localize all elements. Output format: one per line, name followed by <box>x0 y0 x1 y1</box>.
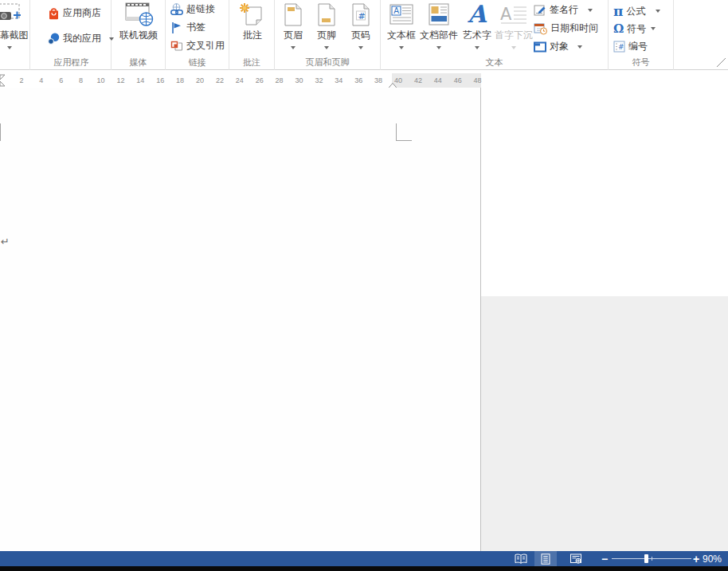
text-boundary-mark-right-h <box>396 140 412 141</box>
quick-parts-button[interactable]: 文档部件 <box>419 2 459 49</box>
object-button[interactable]: 对象 <box>534 40 582 53</box>
group-label-text: 文本 <box>381 57 608 68</box>
ruler-number: 6 <box>54 76 68 84</box>
chevron-down-icon <box>324 46 329 49</box>
chevron-down-icon <box>358 46 363 49</box>
screenshot-label: 屏幕截图 <box>0 29 29 42</box>
read-mode-button[interactable] <box>511 551 531 566</box>
chevron-down-icon <box>588 9 593 12</box>
date-time-label: 日期和时间 <box>550 22 598 35</box>
bottom-edge-strip <box>0 566 728 571</box>
zoom-in-button[interactable]: + <box>693 551 699 566</box>
equation-button[interactable]: π 公式 <box>613 3 660 19</box>
ruler-number: 32 <box>311 76 326 84</box>
workspace-background <box>481 296 728 551</box>
online-video-button[interactable]: 联机视频 <box>115 2 162 42</box>
svg-text:#: # <box>358 10 366 21</box>
ruler-number: 22 <box>213 76 227 84</box>
drop-cap-icon: A <box>499 2 528 27</box>
chevron-down-icon <box>399 46 404 49</box>
group-label-links: 链接 <box>166 57 229 68</box>
wordart-button[interactable]: A 艺术字 <box>460 2 495 49</box>
symbol-button[interactable]: Ω 符号 <box>613 22 656 36</box>
app-store-label: 应用商店 <box>63 6 101 20</box>
equation-label: 公式 <box>626 5 645 18</box>
header-button[interactable]: 页眉 <box>276 2 310 49</box>
wordart-icon: A <box>468 2 486 27</box>
ruler-number: 10 <box>94 76 108 84</box>
ruler-number: 26 <box>252 76 267 84</box>
ribbon-group-symbols: π 公式 Ω 符号 # 编号 符号 <box>609 0 674 70</box>
ribbon-group-media: 联机视频 媒体 <box>112 0 166 70</box>
symbol-omega-icon: Ω <box>613 22 624 36</box>
online-video-icon <box>123 2 155 27</box>
text-boundary-mark-right-v <box>396 123 397 141</box>
read-mode-icon <box>514 553 528 565</box>
print-layout-button[interactable] <box>534 551 557 566</box>
number-button[interactable]: # 编号 <box>613 40 648 53</box>
ruler-number: 30 <box>292 76 307 84</box>
text-box-icon: A <box>389 2 413 27</box>
ruler-number: 14 <box>133 76 147 84</box>
chevron-down-icon <box>511 46 516 49</box>
status-bar: − + 90% <box>0 551 728 566</box>
ruler-number: 34 <box>331 76 346 84</box>
ribbon-collapse-indicator[interactable] <box>716 57 726 70</box>
screenshot-button[interactable]: 屏幕截图 <box>0 2 30 49</box>
footer-button[interactable]: 页脚 <box>310 2 343 49</box>
comment-icon <box>238 2 267 27</box>
document-page[interactable]: ↵ <box>0 88 480 551</box>
zoom-slider-thumb[interactable] <box>644 554 648 563</box>
ruler-number: 24 <box>233 76 247 84</box>
web-layout-button[interactable] <box>564 551 588 566</box>
zoom-out-button[interactable]: − <box>601 551 608 566</box>
ruler-number: 16 <box>153 76 167 84</box>
drop-cap-button[interactable]: A 首字下沉 <box>495 2 533 49</box>
chevron-down-icon <box>436 46 441 49</box>
chevron-down-icon <box>7 46 12 49</box>
app-store-button[interactable]: 应用商店 <box>48 6 101 20</box>
number-label: 编号 <box>628 40 648 53</box>
hyperlink-icon <box>170 3 183 16</box>
ruler-number: 20 <box>193 76 207 84</box>
svg-text:A: A <box>500 5 512 24</box>
chevron-down-icon <box>651 27 656 30</box>
print-layout-icon <box>539 553 552 565</box>
header-label: 页眉 <box>284 29 303 42</box>
chevron-down-icon <box>656 10 660 13</box>
drop-cap-label: 首字下沉 <box>495 29 533 42</box>
svg-text:A: A <box>393 6 399 15</box>
quick-parts-label: 文档部件 <box>420 29 458 42</box>
zoom-level[interactable]: 90% <box>703 551 722 566</box>
object-label: 对象 <box>550 40 569 53</box>
new-comment-button[interactable]: 批注 <box>235 2 270 42</box>
footer-icon <box>318 2 335 27</box>
bookmark-button[interactable]: 书签 <box>170 21 205 34</box>
page-number-button[interactable]: # 页码 <box>343 2 378 49</box>
page-number-icon: # <box>352 2 370 27</box>
group-label-media: 媒体 <box>112 57 165 68</box>
object-icon <box>534 41 546 53</box>
date-time-button[interactable]: 日期和时间 <box>534 22 598 35</box>
chevron-down-icon <box>475 46 479 49</box>
horizontal-ruler[interactable]: 2468101214161820222426283032343638404244… <box>0 73 481 88</box>
my-apps-button[interactable]: 我的应用 <box>48 32 114 45</box>
cross-reference-button[interactable]: 交叉引用 <box>170 39 225 53</box>
cross-reference-icon <box>170 40 183 53</box>
chevron-down-icon <box>291 46 296 49</box>
quick-parts-icon <box>429 2 449 27</box>
my-apps-icon <box>48 33 60 45</box>
group-label-header-footer: 页眉和页脚 <box>275 57 380 68</box>
symbol-label: 符号 <box>627 22 646 36</box>
signature-line-label: 签名行 <box>550 3 578 17</box>
zoom-slider-center-tick <box>652 557 652 561</box>
text-box-button[interactable]: A 文本框 <box>384 2 419 49</box>
signature-line-button[interactable]: 签名行 <box>534 3 593 17</box>
footer-label: 页脚 <box>317 29 336 42</box>
ruler-number: 18 <box>173 76 187 84</box>
wordart-label: 艺术字 <box>463 29 491 42</box>
ruler-number: 46 <box>451 76 465 84</box>
online-video-label: 联机视频 <box>119 29 158 42</box>
hyperlink-button[interactable]: 超链接 <box>170 2 215 16</box>
my-apps-label: 我的应用 <box>63 32 101 45</box>
